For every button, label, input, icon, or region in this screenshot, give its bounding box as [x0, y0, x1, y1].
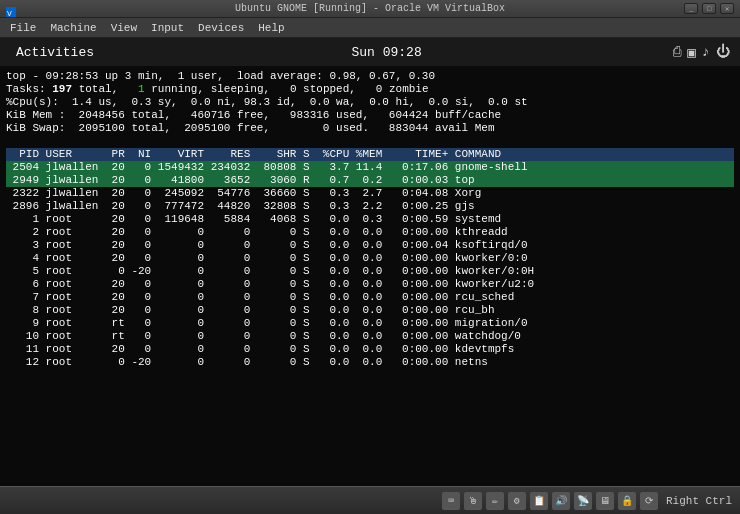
taskbar-icon-6[interactable]: 🔊: [552, 492, 570, 510]
top-line-5: KiB Swap: 2095100 total, 2095100 free, 0…: [6, 122, 734, 135]
taskbar-icon-5[interactable]: 📋: [530, 492, 548, 510]
display-icon[interactable]: ▣: [687, 44, 695, 61]
menu-help[interactable]: Help: [252, 20, 290, 36]
menu-devices[interactable]: Devices: [192, 20, 250, 36]
top-line-blank: [6, 135, 734, 148]
svg-text:V: V: [7, 9, 12, 17]
taskbar-icon-9[interactable]: 🔒: [618, 492, 636, 510]
top-header-row: PID USER PR NI VIRT RES SHR S %CPU %MEM …: [6, 148, 734, 161]
proc-row-9: 9 root rt 0 0 0 0 S 0.0 0.0 0:00.00 migr…: [6, 317, 734, 330]
top-line-2: Tasks: 197 total, 1 running, sleeping, 0…: [6, 83, 734, 96]
menu-input[interactable]: Input: [145, 20, 190, 36]
taskbar-icon-7[interactable]: 📡: [574, 492, 592, 510]
top-line-3: %Cpu(s): 1.4 us, 0.3 sy, 0.0 ni, 98.3 id…: [6, 96, 734, 109]
terminal-area[interactable]: top - 09:28:53 up 3 min, 1 user, load av…: [0, 66, 740, 486]
right-ctrl-label: Right Ctrl: [666, 495, 732, 507]
gnome-system-tray: ⎙ ▣ ♪ ⏻: [673, 44, 730, 61]
taskbar-icon-4[interactable]: ⚙: [508, 492, 526, 510]
proc-row-4: 4 root 20 0 0 0 0 S 0.0 0.0 0:00.00 kwor…: [6, 252, 734, 265]
proc-row-8: 8 root 20 0 0 0 0 S 0.0 0.0 0:00.00 rcu_…: [6, 304, 734, 317]
top-line-4: KiB Mem : 2048456 total, 460716 free, 98…: [6, 109, 734, 122]
proc-row-6: 6 root 20 0 0 0 0 S 0.0 0.0 0:00.00 kwor…: [6, 278, 734, 291]
taskbar-icon-3[interactable]: ✏: [486, 492, 504, 510]
gnome-activities-button[interactable]: Activities: [10, 43, 100, 62]
proc-row-7: 7 root 20 0 0 0 0 S 0.0 0.0 0:00.00 rcu_…: [6, 291, 734, 304]
taskbar-icon-10[interactable]: ⟳: [640, 492, 658, 510]
proc-row-2: 2 root 20 0 0 0 0 S 0.0 0.0 0:00.00 kthr…: [6, 226, 734, 239]
proc-row-1: 1 root 20 0 119648 5884 4068 S 0.0 0.3 0…: [6, 213, 734, 226]
close-button[interactable]: ✕: [720, 3, 734, 14]
menu-machine[interactable]: Machine: [44, 20, 102, 36]
proc-row-2322: 2322 jlwallen 20 0 245092 54776 36660 S …: [6, 187, 734, 200]
proc-row-5: 5 root 0 -20 0 0 0 S 0.0 0.0 0:00.00 kwo…: [6, 265, 734, 278]
screenshot-icon[interactable]: ⎙: [673, 44, 681, 60]
proc-row-2504: 2504 jlwallen 20 0 1549432 234032 80808 …: [6, 161, 734, 174]
proc-row-3: 3 root 20 0 0 0 0 S 0.0 0.0 0:00.04 ksof…: [6, 239, 734, 252]
taskbar: ⌨ 🖱 ✏ ⚙ 📋 🔊 📡 🖥 🔒 ⟳ Right Ctrl: [0, 486, 740, 514]
proc-row-11: 11 root 20 0 0 0 0 S 0.0 0.0 0:00.00 kde…: [6, 343, 734, 356]
taskbar-icon-1[interactable]: ⌨: [442, 492, 460, 510]
maximize-button[interactable]: □: [702, 3, 716, 14]
minimize-button[interactable]: _: [684, 3, 698, 14]
menu-file[interactable]: File: [4, 20, 42, 36]
gnome-datetime: Sun 09:28: [351, 45, 421, 60]
power-icon[interactable]: ⏻: [716, 44, 730, 60]
proc-row-12: 12 root 0 -20 0 0 0 S 0.0 0.0 0:00.00 ne…: [6, 356, 734, 369]
menu-view[interactable]: View: [105, 20, 143, 36]
taskbar-icon-2[interactable]: 🖱: [464, 492, 482, 510]
top-line-1: top - 09:28:53 up 3 min, 1 user, load av…: [6, 70, 734, 83]
menubar: File Machine View Input Devices Help: [0, 18, 740, 38]
gnome-topbar: Activities Sun 09:28 ⎙ ▣ ♪ ⏻: [0, 38, 740, 66]
titlebar: V Ubuntu GNOME [Running] - Oracle VM Vir…: [0, 0, 740, 18]
proc-row-2896: 2896 jlwallen 20 0 777472 44820 32808 S …: [6, 200, 734, 213]
proc-row-10: 10 root rt 0 0 0 0 S 0.0 0.0 0:00.00 wat…: [6, 330, 734, 343]
proc-row-2949: 2949 jlwallen 20 0 41800 3652 3060 R 0.7…: [6, 174, 734, 187]
titlebar-controls: _ □ ✕: [684, 3, 734, 14]
titlebar-left: V: [6, 4, 16, 14]
taskbar-icon-8[interactable]: 🖥: [596, 492, 614, 510]
sound-icon[interactable]: ♪: [702, 44, 710, 60]
titlebar-title: Ubuntu GNOME [Running] - Oracle VM Virtu…: [235, 3, 505, 14]
virtualbox-icon: V: [6, 4, 16, 14]
